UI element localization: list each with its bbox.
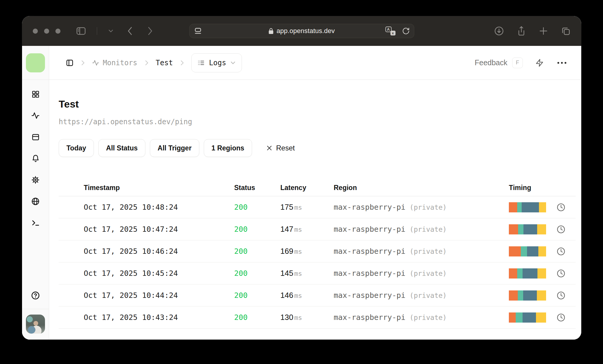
clock-icon[interactable] xyxy=(557,203,565,212)
timing-segment xyxy=(527,246,538,256)
sidebar-item-settings[interactable] xyxy=(29,173,42,186)
endpoint-url: https://api.openstatus.dev/ping xyxy=(59,118,576,126)
page-settings-icon[interactable] xyxy=(194,27,202,35)
row-region-visibility: (private) xyxy=(410,292,447,299)
browser-sidebar-icon[interactable] xyxy=(77,27,86,35)
row-region: max-raspberry-pi xyxy=(334,247,405,256)
sidebar-item-dashboard[interactable] xyxy=(29,88,42,101)
address-text[interactable]: app.openstatus.dev xyxy=(276,27,335,35)
minimize-window-button[interactable] xyxy=(44,29,49,34)
zap-icon[interactable] xyxy=(535,59,544,67)
row-region-visibility: (private) xyxy=(410,248,447,255)
timing-bar xyxy=(509,224,546,234)
timing-segment xyxy=(523,268,537,279)
timing-segment xyxy=(509,202,517,212)
clock-icon[interactable] xyxy=(557,247,565,256)
new-tab-icon[interactable] xyxy=(539,27,548,35)
table-row[interactable]: Oct 17, 2025 10:48:24 200 175 ms max-ras… xyxy=(59,196,576,218)
timing-segment xyxy=(509,290,518,301)
row-region: max-raspberry-pi xyxy=(334,225,405,234)
breadcrumb: Monitors Test xyxy=(66,53,242,72)
clock-icon[interactable] xyxy=(557,291,565,300)
reload-icon[interactable] xyxy=(402,27,410,35)
tab-overview-icon[interactable] xyxy=(561,26,571,36)
timing-segment xyxy=(518,224,523,234)
table-row[interactable]: Oct 17, 2025 10:44:24 200 146 ms max-ras… xyxy=(59,284,576,307)
timing-segment xyxy=(537,290,546,301)
row-latency-unit: ms xyxy=(294,314,302,321)
timing-bar xyxy=(509,246,546,256)
row-status-code: 200 xyxy=(234,203,280,211)
share-icon[interactable] xyxy=(517,26,526,36)
sidebar-item-domains[interactable] xyxy=(29,195,42,208)
col-timestamp: Timestamp xyxy=(84,184,234,192)
row-latency-unit: ms xyxy=(294,204,302,211)
reset-filters-button[interactable]: Reset xyxy=(266,144,295,152)
table-row[interactable]: Oct 17, 2025 10:45:24 200 145 ms max-ras… xyxy=(59,262,576,284)
workspace-logo[interactable] xyxy=(26,53,45,72)
more-menu-icon[interactable] xyxy=(557,62,566,64)
address-bar[interactable]: app.openstatus.dev Ax xyxy=(189,24,414,38)
row-latency-value: 130 xyxy=(280,313,293,322)
timing-segment xyxy=(522,202,539,212)
view-selector-logs[interactable]: Logs xyxy=(191,53,242,72)
row-status-code: 200 xyxy=(234,291,280,300)
log-rows: Oct 17, 2025 10:48:24 200 175 ms max-ras… xyxy=(59,196,576,329)
row-latency-unit: ms xyxy=(294,292,302,299)
breadcrumb-monitor-name[interactable]: Test xyxy=(156,59,173,67)
row-region-visibility: (private) xyxy=(410,225,447,233)
row-region-visibility: (private) xyxy=(410,314,447,321)
filter-regions-button[interactable]: 1 Regions xyxy=(204,139,252,157)
timing-segment xyxy=(518,290,523,301)
sidebar-item-notifications[interactable] xyxy=(29,152,42,165)
table-row[interactable]: Oct 17, 2025 10:46:24 200 169 ms max-ras… xyxy=(59,240,576,262)
row-region-visibility: (private) xyxy=(410,203,447,211)
feedback-button[interactable]: Feedback F xyxy=(475,57,523,68)
table-row[interactable]: Oct 17, 2025 10:47:24 200 147 ms max-ras… xyxy=(59,218,576,240)
translate-icon[interactable]: Ax xyxy=(385,27,395,35)
log-table-header: Timestamp Status Latency Region Timing xyxy=(59,180,576,196)
row-region: max-raspberry-pi xyxy=(334,269,405,278)
row-status-code: 200 xyxy=(234,313,280,322)
row-status-code: 200 xyxy=(234,269,280,278)
clock-icon[interactable] xyxy=(557,313,565,322)
back-button[interactable] xyxy=(128,27,132,35)
row-timestamp: Oct 17, 2025 10:48:24 xyxy=(84,203,234,211)
clock-icon[interactable] xyxy=(557,269,565,278)
filter-date-button[interactable]: Today xyxy=(59,139,94,157)
row-latency-value: 169 xyxy=(280,247,293,256)
downloads-icon[interactable] xyxy=(494,26,504,36)
table-row[interactable]: Oct 17, 2025 10:43:24 200 130 ms max-ras… xyxy=(59,307,576,329)
breadcrumb-monitors[interactable]: Monitors xyxy=(92,59,137,67)
timing-segment xyxy=(539,202,546,212)
row-region-visibility: (private) xyxy=(410,270,447,277)
page-title: Test xyxy=(59,98,576,110)
timing-segment xyxy=(517,268,523,279)
feedback-shortcut-badge: F xyxy=(512,57,523,68)
timing-segment xyxy=(509,224,518,234)
user-avatar[interactable] xyxy=(26,315,45,334)
sidebar-item-cli[interactable] xyxy=(29,216,42,229)
forward-button[interactable] xyxy=(148,27,153,35)
browser-toolbar: app.openstatus.dev Ax xyxy=(22,16,581,46)
filter-status-button[interactable]: All Status xyxy=(98,139,145,157)
row-timestamp: Oct 17, 2025 10:44:24 xyxy=(84,291,234,300)
timing-segment xyxy=(523,290,537,301)
zoom-window-button[interactable] xyxy=(55,29,60,34)
row-latency-value: 147 xyxy=(280,225,293,234)
close-window-button[interactable] xyxy=(33,29,38,34)
row-latency-value: 146 xyxy=(280,291,293,300)
help-icon[interactable] xyxy=(31,291,40,300)
panel-toggle-icon[interactable] xyxy=(66,59,74,67)
sidebar-item-monitors[interactable] xyxy=(29,109,42,122)
sidebar-item-status-pages[interactable] xyxy=(29,130,42,144)
row-latency-unit: ms xyxy=(294,248,302,255)
chevron-down-icon xyxy=(230,61,236,65)
clock-icon[interactable] xyxy=(557,225,565,234)
row-latency-value: 175 xyxy=(280,203,293,212)
chevron-down-icon[interactable] xyxy=(108,29,113,32)
filter-trigger-button[interactable]: All Trigger xyxy=(150,139,199,157)
timing-segment xyxy=(537,224,546,234)
row-region: max-raspberry-pi xyxy=(334,313,405,322)
row-timestamp: Oct 17, 2025 10:43:24 xyxy=(84,313,234,322)
